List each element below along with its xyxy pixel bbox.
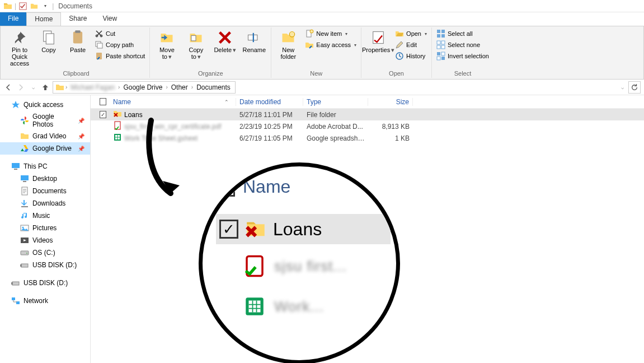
breadcrumb-other[interactable]: Other: [169, 83, 190, 91]
svg-rect-33: [23, 181, 26, 182]
sidebar-item-os-c-[interactable]: OS (C:): [0, 246, 90, 259]
rename-button[interactable]: Rename: [241, 29, 267, 54]
paste-button[interactable]: Paste: [64, 29, 91, 54]
address-dropdown-icon[interactable]: ⌵: [621, 85, 624, 90]
checkbox-checked-icon[interactable]: ✓: [100, 111, 106, 118]
svg-rect-29: [441, 57, 445, 60]
chevron-right-icon[interactable]: ›: [166, 84, 167, 90]
sidebar-item-music[interactable]: Music: [0, 210, 90, 222]
copy-label: Copy: [41, 46, 56, 53]
copy-path-button[interactable]: Copy path: [93, 40, 146, 50]
file-size: 8,913 KB: [368, 123, 413, 131]
usb-icon: [11, 278, 20, 287]
move-to-label: Move to▾: [154, 46, 179, 60]
select-none-button[interactable]: Select none: [435, 40, 490, 50]
edit-button[interactable]: Edit: [394, 40, 428, 50]
copy-button[interactable]: Copy: [35, 29, 62, 54]
recent-locations-button[interactable]: ⌵: [28, 82, 38, 92]
organize-group-label: Organize: [153, 69, 267, 77]
chevron-right-icon[interactable]: ›: [65, 84, 67, 90]
checkbox-icon[interactable]: [100, 98, 106, 105]
folder-qat-icon[interactable]: [30, 2, 39, 11]
pin-icon: 📌: [78, 118, 84, 124]
select-all-button[interactable]: Select all: [435, 29, 490, 39]
sidebar-item-label: Videos: [32, 236, 53, 244]
new-folder-label: New folder: [276, 46, 300, 60]
open-button[interactable]: Open▾: [394, 29, 428, 39]
file-type: Google spreadsheet: [303, 134, 368, 142]
properties-label: Properties▾: [362, 46, 394, 53]
new-group-label: New: [275, 69, 358, 77]
sort-indicator-icon: ⌃: [224, 99, 229, 105]
easy-access-button[interactable]: Easy access▾: [304, 40, 358, 50]
chevron-right-icon[interactable]: ›: [191, 84, 193, 90]
invert-selection-button[interactable]: Invert selection: [435, 51, 490, 61]
tab-home[interactable]: Home: [26, 12, 61, 26]
column-size[interactable]: Size: [368, 98, 413, 106]
tab-view[interactable]: View: [95, 12, 125, 26]
svg-rect-19: [441, 30, 445, 33]
sidebar-item-google-drive[interactable]: Google Drive📌: [0, 142, 90, 155]
back-button[interactable]: [3, 82, 13, 92]
zoom-blurred-filename: sjsu first...: [274, 258, 347, 275]
paste-shortcut-button[interactable]: Paste shortcut: [93, 51, 146, 61]
navigation-pane[interactable]: Quick access Google Photos📌Grad Video📌Go…: [0, 95, 91, 363]
column-checkbox[interactable]: [96, 98, 110, 105]
zoom-name-header: Name: [243, 176, 290, 197]
column-name[interactable]: Name ⌃: [110, 98, 236, 106]
delete-button[interactable]: Delete▾: [211, 29, 238, 54]
sidebar-this-pc[interactable]: This PC: [0, 160, 90, 173]
copy-to-button[interactable]: Copy to▾: [182, 29, 209, 61]
column-date[interactable]: Date modified: [236, 98, 303, 106]
new-item-button[interactable]: New item▾: [304, 29, 358, 39]
invert-selection-label: Invert selection: [448, 53, 489, 59]
sidebar-network[interactable]: Network: [0, 295, 90, 307]
star-icon: [11, 100, 20, 109]
up-button[interactable]: [40, 82, 50, 92]
sidebar-item-documents[interactable]: Documents: [0, 185, 90, 197]
chevron-right-icon[interactable]: ›: [118, 84, 120, 90]
move-to-button[interactable]: Move to▾: [153, 29, 180, 61]
cut-button[interactable]: Cut: [93, 29, 146, 39]
column-name-label: Name: [113, 98, 131, 106]
breadcrumb-documents[interactable]: Documents: [194, 83, 233, 91]
tab-share[interactable]: Share: [61, 12, 95, 26]
qat-dropdown-icon[interactable]: ▾: [41, 2, 50, 11]
zoom-folder-error-icon: [244, 217, 267, 241]
breadcrumb[interactable]: › Michael Fagan › Google Drive › Other ›…: [53, 81, 236, 94]
zoom-pdf-icon: [243, 254, 266, 278]
sidebar-item-pictures[interactable]: Pictures: [0, 222, 90, 234]
zoom-header-checkbox-icon: [216, 178, 235, 197]
file-date: 2/23/19 10:25 PM: [236, 123, 303, 131]
sidebar-item-desktop[interactable]: Desktop: [0, 173, 90, 185]
rename-label: Rename: [243, 46, 266, 53]
refresh-button[interactable]: [628, 81, 641, 94]
svg-rect-35: [21, 206, 28, 207]
sidebar-item-grad-video[interactable]: Grad Video📌: [0, 130, 90, 142]
sidebar-item-downloads[interactable]: Downloads: [0, 197, 90, 210]
sidebar-item-usb-disk-d-[interactable]: USB DISK (D:): [0, 259, 90, 271]
sidebar-usb-disk[interactable]: USB DISK (D:): [0, 277, 90, 289]
sidebar-quick-access[interactable]: Quick access: [0, 99, 90, 111]
sidebar-item-videos[interactable]: Videos: [0, 234, 90, 246]
properties-button[interactable]: Properties▾: [365, 29, 392, 54]
ribbon-group-new: New folder New item▾ Easy access▾ New: [271, 27, 361, 78]
history-button[interactable]: History: [394, 51, 428, 61]
ribbon: Pin to Quick access Copy Paste Cut Copy …: [0, 26, 644, 80]
pin-quick-access-button[interactable]: Pin to Quick access: [6, 29, 33, 68]
checkbox-qat-icon[interactable]: [18, 2, 27, 11]
drive-icon: [20, 248, 29, 257]
breadcrumb-gdrive[interactable]: Google Drive: [121, 83, 164, 91]
new-folder-button[interactable]: New folder: [275, 29, 302, 61]
forward-button[interactable]: [16, 82, 26, 92]
tab-file[interactable]: File: [0, 12, 26, 26]
easy-access-label: Easy access: [316, 41, 351, 48]
pictures-icon: [20, 224, 29, 232]
svg-rect-31: [14, 169, 17, 170]
sidebar-item-label: Documents: [32, 187, 67, 195]
pin-quick-access-label: Pin to Quick access: [7, 46, 32, 67]
network-icon: [11, 296, 20, 305]
column-type[interactable]: Type: [303, 98, 368, 106]
breadcrumb-user[interactable]: Michael Fagan: [68, 83, 117, 91]
sidebar-item-google-photos[interactable]: Google Photos📌: [0, 111, 90, 130]
